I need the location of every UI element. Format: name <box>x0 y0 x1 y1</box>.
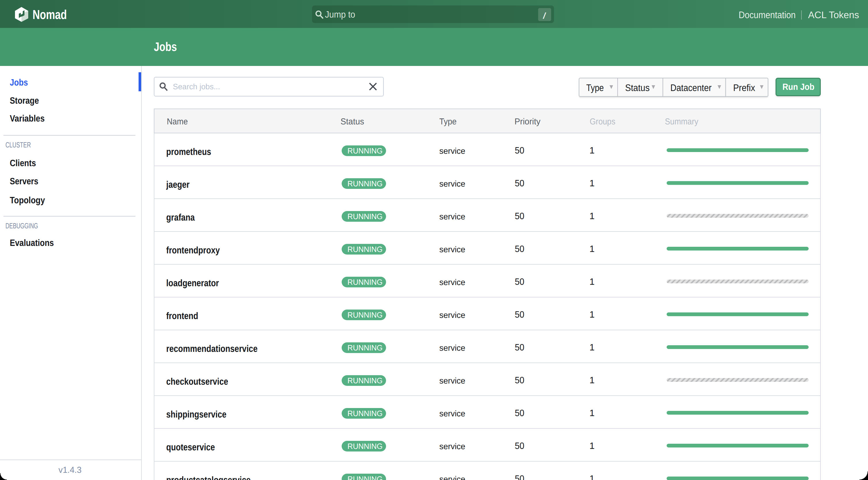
svg-text:1: 1 <box>589 277 595 287</box>
svg-text:Name: Name <box>167 117 188 126</box>
svg-text:50: 50 <box>515 277 524 287</box>
svg-text:service: service <box>439 475 465 480</box>
svg-text:Nomad: Nomad <box>33 7 67 22</box>
svg-text:productcatalogservice: productcatalogservice <box>166 475 251 480</box>
svg-text:frontendproxy: frontendproxy <box>166 245 220 255</box>
svg-text:Variables: Variables <box>10 113 45 124</box>
svg-text:loadgenerator: loadgenerator <box>166 278 219 288</box>
svg-text:1: 1 <box>589 244 595 254</box>
svg-text:1: 1 <box>589 309 595 320</box>
svg-text:Jobs: Jobs <box>154 40 177 54</box>
svg-text:Type: Type <box>586 82 604 93</box>
svg-text:service: service <box>439 245 465 254</box>
svg-text:ACL Tokens: ACL Tokens <box>808 9 859 20</box>
svg-text:service: service <box>439 180 465 189</box>
svg-text:Jump to: Jump to <box>325 9 355 20</box>
svg-text:Jobs: Jobs <box>10 77 28 88</box>
svg-text:Priority: Priority <box>515 117 540 126</box>
svg-text:1: 1 <box>589 375 595 385</box>
svg-text:1: 1 <box>589 211 595 221</box>
svg-text:quoteservice: quoteservice <box>166 442 215 452</box>
svg-text:Evaluations: Evaluations <box>10 237 54 248</box>
svg-text:service: service <box>439 311 465 320</box>
svg-text:RUNNING: RUNNING <box>347 344 382 352</box>
svg-text:RUNNING: RUNNING <box>347 409 382 418</box>
svg-text:shippingservice: shippingservice <box>166 409 226 419</box>
svg-text:50: 50 <box>515 375 524 385</box>
svg-text:50: 50 <box>515 473 524 480</box>
svg-text:1: 1 <box>589 441 595 451</box>
svg-text:Topology: Topology <box>10 195 45 205</box>
svg-text:frontend: frontend <box>166 311 198 321</box>
svg-text:recommendationservice: recommendationservice <box>166 343 257 354</box>
svg-text:Clients: Clients <box>10 158 36 168</box>
svg-text:Storage: Storage <box>10 95 39 106</box>
svg-text:DEBUGGING: DEBUGGING <box>5 221 38 230</box>
svg-text:RUNNING: RUNNING <box>347 442 382 451</box>
svg-text:service: service <box>439 278 465 287</box>
svg-text:50: 50 <box>515 408 524 418</box>
svg-text:grafana: grafana <box>166 212 195 223</box>
svg-text:50: 50 <box>515 309 524 320</box>
svg-text:Status: Status <box>625 82 650 93</box>
svg-text:service: service <box>439 409 465 418</box>
svg-text:1: 1 <box>589 178 595 188</box>
svg-text:RUNNING: RUNNING <box>347 212 382 221</box>
svg-text:service: service <box>439 147 465 156</box>
svg-text:Summary: Summary <box>665 117 698 126</box>
svg-text:Datacenter: Datacenter <box>670 82 712 93</box>
svg-text:jaeger: jaeger <box>166 179 190 190</box>
svg-text:Servers: Servers <box>10 176 38 186</box>
svg-text:RUNNING: RUNNING <box>347 376 382 385</box>
svg-text:1: 1 <box>589 145 595 156</box>
svg-text:service: service <box>439 376 465 386</box>
svg-text:1: 1 <box>589 342 595 352</box>
svg-text:RUNNING: RUNNING <box>347 311 382 319</box>
svg-text:checkoutservice: checkoutservice <box>166 376 228 387</box>
svg-text:Groups: Groups <box>590 117 615 126</box>
svg-text:RUNNING: RUNNING <box>347 245 382 254</box>
svg-text:50: 50 <box>515 342 524 352</box>
svg-text:50: 50 <box>515 244 524 254</box>
svg-text:50: 50 <box>515 441 524 451</box>
svg-text:Run Job: Run Job <box>782 82 814 92</box>
svg-text:/: / <box>543 11 547 21</box>
svg-text:RUNNING: RUNNING <box>347 475 382 480</box>
svg-text:prometheus: prometheus <box>166 146 211 157</box>
svg-text:service: service <box>439 212 465 221</box>
svg-text:1: 1 <box>589 473 595 480</box>
svg-text:Status: Status <box>341 117 364 126</box>
svg-text:RUNNING: RUNNING <box>347 147 382 155</box>
svg-text:service: service <box>439 442 465 451</box>
svg-text:CLUSTER: CLUSTER <box>5 140 31 149</box>
svg-text:1: 1 <box>589 408 595 418</box>
svg-text:50: 50 <box>515 211 524 221</box>
svg-text:Search jobs...: Search jobs... <box>173 82 220 91</box>
svg-text:50: 50 <box>515 178 524 188</box>
svg-text:RUNNING: RUNNING <box>347 278 382 287</box>
svg-text:Prefix: Prefix <box>733 82 755 93</box>
svg-text:service: service <box>439 344 465 353</box>
svg-text:RUNNING: RUNNING <box>347 180 382 188</box>
svg-text:v1.4.3: v1.4.3 <box>59 465 82 475</box>
svg-text:50: 50 <box>515 145 524 156</box>
svg-text:Type: Type <box>439 117 457 126</box>
svg-text:Documentation: Documentation <box>739 9 796 20</box>
